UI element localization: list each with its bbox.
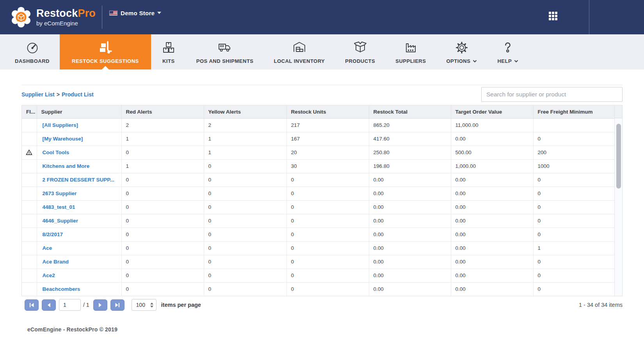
table-row: Ace Brand0000.000.000 (22, 255, 614, 269)
supplier-link[interactable]: 2 FROZEN DESSERT SUPP... (43, 177, 114, 183)
supplier-link[interactable]: Kitchens and More (43, 163, 90, 169)
cell-restock_units: 0 (286, 241, 369, 255)
cell-restock_total: 0.00 (369, 282, 451, 296)
supplier-link[interactable]: 4483_test_01 (43, 204, 75, 210)
cell-free_freight_minimum: 0 (533, 255, 614, 269)
previous-page-button[interactable] (42, 299, 56, 311)
tab-restock-suggestions[interactable]: RESTOCK SUGGESTIONS (60, 34, 151, 69)
cell-red_alerts: 1 (121, 132, 204, 146)
column-header[interactable]: Restock Total (369, 105, 451, 118)
supplier-link[interactable]: Ace2 (43, 272, 55, 278)
tab-help[interactable]: HELP (487, 34, 528, 69)
cell-restock_total: 0.00 (369, 228, 451, 241)
supplier-cell: Ace2 (37, 269, 121, 282)
cell-restock_units: 0 (286, 255, 369, 269)
cell-red_alerts: 0 (121, 228, 204, 241)
cell-restock_units: 0 (286, 200, 369, 214)
page-number-input[interactable] (59, 299, 81, 311)
supplier-link[interactable]: 8/2/2017 (43, 231, 63, 237)
breadcrumb-supplier-list-link[interactable]: Supplier List (21, 91, 55, 98)
column-header[interactable]: Free Freight Minimum (533, 105, 614, 118)
flag-cell (22, 282, 37, 296)
factory-icon (403, 39, 418, 56)
table-row: Ace20000.000.000 (22, 269, 614, 282)
gauge-icon (25, 39, 40, 56)
cell-restock_total: 417.60 (369, 132, 451, 146)
supplier-link[interactable]: Ace Brand (43, 259, 69, 265)
cell-free_freight_minimum: 0 (533, 282, 614, 296)
first-page-button[interactable] (25, 299, 39, 311)
cell-red_alerts: 0 (121, 187, 204, 200)
cell-target_order_value: 11,000.00 (451, 118, 533, 132)
items-per-page-select[interactable]: 100 (132, 299, 157, 311)
column-header[interactable]: Target Order Value (451, 105, 533, 118)
cell-restock_total: 250.80 (369, 146, 451, 159)
cell-restock_units: 217 (286, 118, 369, 132)
column-header[interactable]: Restock Units (286, 105, 369, 118)
last-page-icon (115, 303, 120, 308)
scrollbar-thumb[interactable] (616, 124, 621, 189)
cell-restock_total: 865.20 (369, 118, 451, 132)
table-row: [My Warehouse]11167417.600.000 (22, 132, 614, 146)
tab-local-inventory[interactable]: LOCAL INVENTORY (264, 34, 335, 69)
column-header[interactable]: Fl... (22, 105, 37, 118)
cell-target_order_value: 1,000.00 (451, 159, 533, 173)
cell-target_order_value: 0.00 (451, 173, 533, 187)
cell-restock_units: 0 (286, 214, 369, 228)
tab-pos-and-shipments[interactable]: POS AND SHIPMENTS (186, 34, 264, 69)
warehouse-icon (292, 39, 307, 56)
tab-suppliers[interactable]: SUPPLIERS (385, 34, 436, 69)
tab-label: KITS (162, 58, 175, 64)
first-page-icon (29, 303, 34, 308)
cell-free_freight_minimum: 200 (533, 146, 614, 159)
tab-kits[interactable]: KITS (151, 34, 186, 69)
open-box-icon (353, 39, 368, 56)
supplier-link[interactable]: 4646_Supplier (43, 218, 78, 224)
flag-cell (22, 200, 37, 214)
cell-restock_units: 30 (286, 159, 369, 173)
column-header[interactable]: Supplier (37, 105, 121, 118)
brand-text: RestockPro by eComEngine (36, 8, 96, 26)
supplier-cell: [All Suppliers] (37, 118, 121, 132)
cell-restock_units: 0 (286, 187, 369, 200)
table-row: [All Suppliers]22217865.2011,000.00 (22, 118, 614, 132)
tab-options[interactable]: OPTIONS (436, 34, 487, 69)
supplier-link[interactable]: [My Warehouse] (43, 136, 83, 142)
last-page-button[interactable] (110, 299, 125, 311)
search-input[interactable] (481, 87, 623, 102)
supplier-link[interactable]: Beachcombers (43, 286, 80, 292)
brand-name-primary: Restock (36, 7, 78, 19)
cell-red_alerts: 0 (121, 214, 204, 228)
cell-yellow_alerts: 0 (204, 269, 286, 282)
supplier-link[interactable]: 2673 Supplier (43, 190, 77, 196)
brand-logo[interactable]: RestockPro by eComEngine (10, 6, 96, 28)
cell-restock_units: 167 (286, 132, 369, 146)
supplier-cell: 2673 Supplier (37, 187, 121, 200)
cell-target_order_value: 0.00 (451, 282, 533, 296)
store-selector-label: Demo Store (121, 10, 155, 16)
table-row: Kitchens and More1030196.801,000.001000 (22, 159, 614, 173)
next-page-button[interactable] (93, 299, 107, 311)
cell-target_order_value: 0.00 (451, 269, 533, 282)
items-per-page-label: items per page (161, 302, 201, 308)
chevron-down-icon (157, 12, 161, 14)
supplier-link[interactable]: Cool Tools (43, 150, 69, 155)
toolbar-row: Supplier List>Product List (21, 85, 623, 105)
table-row: 4646_Supplier0000.000.000 (22, 214, 614, 228)
cell-restock_units: 0 (286, 269, 369, 282)
cell-red_alerts: 0 (121, 146, 204, 159)
cell-target_order_value: 500.00 (451, 146, 533, 159)
store-selector[interactable]: Demo Store (109, 10, 161, 16)
cell-free_freight_minimum (533, 118, 614, 132)
tab-dashboard[interactable]: DASHBOARD (5, 34, 60, 69)
cell-yellow_alerts: 0 (204, 187, 286, 200)
breadcrumb-product-list-link[interactable]: Product List (62, 91, 94, 98)
supplier-link[interactable]: Ace (43, 245, 52, 251)
supplier-cell: 2 FROZEN DESSERT SUPP... (37, 173, 121, 187)
column-header[interactable]: Red Alerts (121, 105, 204, 118)
column-header[interactable]: Yellow Alerts (204, 105, 286, 118)
tab-products[interactable]: PRODUCTS (335, 34, 385, 69)
supplier-link[interactable]: [All Suppliers] (43, 122, 78, 128)
apps-grid-icon[interactable] (549, 12, 557, 20)
scrollbar-track[interactable] (615, 118, 622, 296)
